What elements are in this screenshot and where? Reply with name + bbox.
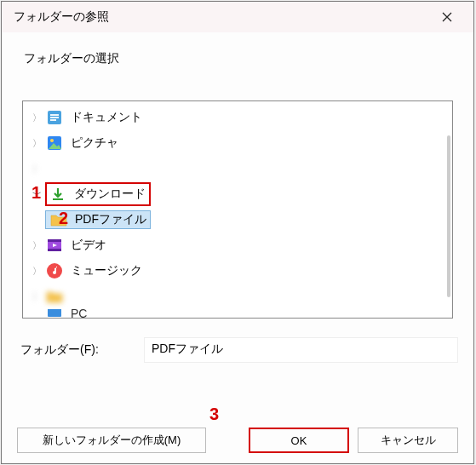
tree-node-label: [71, 161, 130, 176]
chevron-right-icon[interactable]: 〉: [28, 288, 45, 305]
expander-icon[interactable]: [28, 309, 45, 318]
ok-button[interactable]: OK: [249, 428, 349, 453]
tree-scrollbar[interactable]: [445, 110, 450, 309]
chevron-right-icon[interactable]: 〉: [28, 237, 45, 254]
tree-node[interactable]: PDFファイル2: [23, 207, 452, 232]
chevron-right-icon[interactable]: 〉: [28, 160, 45, 177]
folder-tree[interactable]: 〉ドキュメント〉ピクチャ〉 ﹀ダウンロード1PDFファイル2〉ビデオ〉ミュージッ…: [22, 100, 453, 319]
tree-node-label: ピクチャ: [71, 135, 118, 151]
tree-node[interactable]: ﹀ダウンロード1: [23, 181, 452, 207]
cancel-button[interactable]: キャンセル: [358, 428, 458, 453]
dialog-title: フォルダーの参照: [14, 9, 109, 25]
blank-icon: [46, 160, 63, 177]
titlebar: フォルダーの参照: [2, 2, 473, 32]
svg-rect-9: [48, 239, 61, 242]
chevron-right-icon[interactable]: 〉: [28, 109, 45, 126]
folder-field-label: フォルダー(F):: [20, 342, 144, 358]
chevron-right-icon[interactable]: 〉: [28, 135, 45, 152]
tree-node[interactable]: 〉: [23, 156, 452, 181]
pictures-icon: [46, 135, 63, 152]
tree-node[interactable]: 〉: [23, 284, 452, 309]
tree-node-label: ドキュメント: [71, 110, 142, 125]
svg-rect-12: [48, 309, 61, 317]
annotation-2: 2: [59, 209, 68, 228]
tree-node[interactable]: PC: [23, 309, 452, 318]
tree-node[interactable]: 〉ピクチャ: [23, 130, 452, 156]
folder-field-value[interactable]: PDFファイル: [144, 337, 458, 363]
download-icon: [49, 186, 66, 203]
browse-folder-dialog: フォルダーの参照 フォルダーの選択 〉ドキュメント〉ピクチャ〉 ﹀ダウンロード1…: [1, 1, 474, 464]
tree-node-label: PDFファイル: [75, 212, 146, 227]
tree-node-label: ダウンロード: [74, 187, 146, 202]
svg-point-5: [50, 139, 54, 142]
scrollbar-thumb[interactable]: [447, 135, 450, 297]
subtitle: フォルダーの選択: [2, 32, 473, 66]
tree-node-label: [71, 289, 118, 304]
music-icon: [46, 262, 63, 279]
close-icon: [442, 12, 452, 22]
tree-node[interactable]: 〉ビデオ: [23, 232, 452, 258]
tree-node-label: ビデオ: [71, 238, 106, 253]
new-folder-button[interactable]: 新しいフォルダーの作成(M): [17, 428, 206, 453]
tree-node[interactable]: 〉ミュージック: [23, 258, 452, 284]
document-icon: [46, 109, 63, 126]
highlight-box: ダウンロード: [45, 182, 151, 206]
expander-spacer: [28, 211, 45, 228]
tree-node-label: PC: [71, 309, 87, 318]
svg-rect-10: [48, 249, 61, 251]
pc-icon: [46, 309, 63, 318]
tree-node-label: ミュージック: [71, 263, 142, 278]
annotation-3: 3: [209, 405, 219, 424]
annotation-1: 1: [32, 183, 41, 203]
video-icon: [46, 237, 63, 254]
close-button[interactable]: [429, 3, 465, 31]
folder-icon: [46, 289, 63, 304]
chevron-right-icon[interactable]: 〉: [28, 262, 45, 279]
tree-node[interactable]: 〉ドキュメント: [23, 105, 452, 130]
button-row: 新しいフォルダーの作成(M) OK キャンセル: [2, 428, 473, 453]
